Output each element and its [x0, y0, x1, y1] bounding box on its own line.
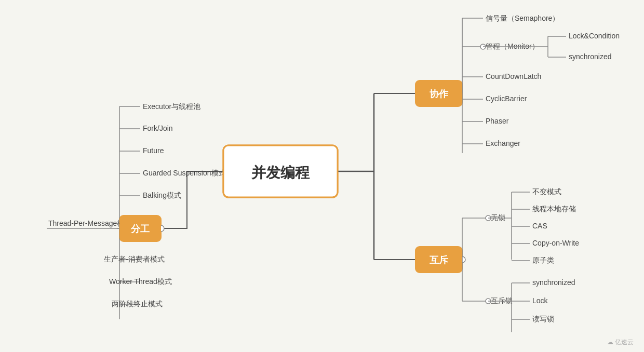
wl-item-5: 原子类	[532, 256, 554, 264]
left-item-6: Thread-Per-Message模式	[48, 219, 131, 227]
left-item-5: Balking模式	[143, 191, 181, 199]
mind-map: 并发编程 分工 Executor与线程池 Fork/Join Future Gu…	[0, 0, 644, 352]
ml-item-1: synchronized	[532, 278, 575, 287]
wl-item-4: Copy-on-Write	[532, 239, 579, 247]
left-item-7: 生产者-消费者模式	[104, 255, 165, 263]
xie-zuo-label-front: 协作	[430, 89, 449, 99]
left-item-1: Executor与线程池	[143, 102, 200, 111]
wl-item-1: 不变模式	[532, 187, 561, 196]
left-item-9: 两阶段终止模式	[112, 300, 163, 308]
fen-gong-label-front: 分工	[130, 224, 150, 234]
watermark: ☁ 亿速云	[607, 338, 634, 347]
wl-item-2: 线程本地存储	[532, 205, 576, 213]
ml-item-3: 读写锁	[532, 315, 554, 323]
monitor-child-2: synchronized	[569, 52, 612, 61]
watermark-text: 亿速云	[615, 339, 634, 346]
wl-item-3: CAS	[532, 222, 547, 230]
coop-item-3: CountDownLatch	[486, 72, 541, 80]
ml-item-2: Lock	[532, 296, 548, 305]
left-main-line	[161, 171, 223, 228]
left-item-8: Worker Thread模式	[109, 277, 172, 286]
coop-item-5: Phaser	[486, 117, 509, 125]
hùchìsuǒ-label: 互斥锁	[491, 296, 513, 305]
hu-chi-label-front: 互斥	[430, 255, 449, 265]
left-item-2: Fork/Join	[143, 124, 173, 132]
watermark-icon: ☁	[607, 339, 613, 346]
coop-item-2: 管程（Monitor）	[486, 42, 539, 50]
coop-item-4: CyclicBarrier	[486, 94, 527, 103]
right-trunk	[338, 93, 374, 260]
left-item-3: Future	[143, 146, 164, 155]
wusuǒ-label: 无锁	[491, 213, 505, 222]
center-label-front: 并发编程	[251, 165, 310, 181]
left-item-4: Guarded Suspension模式	[143, 169, 226, 177]
monitor-child-1: Lock&Condition	[569, 32, 620, 40]
coop-item-6: Exchanger	[486, 139, 520, 147]
coop-item-1: 信号量（Semaphore）	[486, 14, 559, 22]
